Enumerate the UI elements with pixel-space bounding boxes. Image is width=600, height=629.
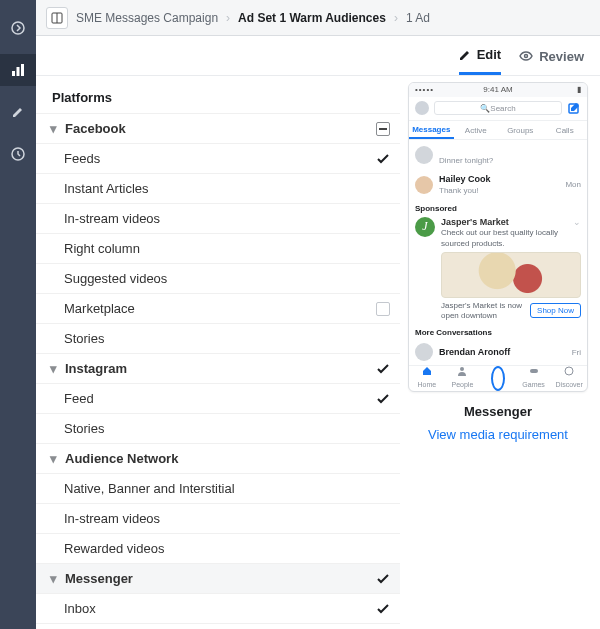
people-icon — [457, 366, 467, 376]
breadcrumb-ad[interactable]: 1 Ad — [406, 11, 430, 25]
check-icon — [376, 602, 390, 616]
breadcrumb-adset[interactable]: Ad Set 1 Warm Audiences — [238, 11, 386, 25]
camera-ring-icon — [491, 366, 505, 391]
more-conversations-label: More Conversations — [409, 324, 587, 339]
platform-messenger[interactable]: ▾ Messenger — [36, 564, 400, 594]
check-icon — [376, 362, 390, 376]
breadcrumb: SME Messages Campaign › Ad Set 1 Warm Au… — [36, 0, 600, 36]
games-icon — [529, 366, 539, 376]
chevron-down-icon: ⌄ — [573, 217, 581, 227]
svg-point-7 — [525, 55, 528, 58]
tab-review[interactable]: Review — [519, 37, 584, 75]
placement-an-native[interactable]: Native, Banner and Interstitial — [36, 474, 400, 504]
placement-instream[interactable]: In-stream videos — [36, 204, 400, 234]
placement-ig-feed[interactable]: Feed — [36, 384, 400, 414]
messenger-tabs: Messages Active Groups Calls — [409, 121, 587, 141]
ad-preview: ••••• 9:41 AM ▮ 🔍 Search Messages Active — [400, 76, 600, 629]
conversation-row: Brendan Aronoff Fri — [409, 339, 587, 365]
check-icon — [376, 152, 390, 166]
conversation-row: Dinner tonight? — [409, 140, 587, 170]
svg-rect-10 — [530, 369, 538, 373]
svg-rect-2 — [17, 67, 20, 76]
placement-ig-stories[interactable]: Stories — [36, 414, 400, 444]
chevron-down-icon: ▾ — [50, 451, 57, 466]
tab-edit-label: Edit — [477, 47, 502, 62]
placement-marketplace[interactable]: Marketplace — [36, 294, 400, 324]
platform-label: Messenger — [65, 571, 133, 586]
tab-review-label: Review — [539, 49, 584, 64]
chevron-down-icon: ▾ — [50, 571, 57, 586]
placement-feeds[interactable]: Feeds — [36, 144, 400, 174]
cta-button: Shop Now — [530, 303, 581, 318]
partial-checkbox[interactable] — [376, 122, 390, 136]
phone-statusbar: ••••• 9:41 AM ▮ — [409, 83, 587, 97]
placement-right-column[interactable]: Right column — [36, 234, 400, 264]
editor-tabs: Edit Review — [36, 36, 600, 76]
sponsored-ad: J Jasper's MarketCheck out our best qual… — [409, 215, 587, 325]
search-input: 🔍 Search — [434, 101, 562, 115]
svg-point-0 — [12, 22, 24, 34]
placement-fb-stories[interactable]: Stories — [36, 324, 400, 354]
avatar — [415, 146, 433, 164]
unchecked-checkbox[interactable] — [376, 302, 390, 316]
conversation-row: Hailey CookThank you! Mon — [409, 170, 587, 200]
svg-point-9 — [460, 367, 464, 371]
eye-icon — [519, 49, 533, 63]
platform-label: Audience Network — [65, 451, 178, 466]
nav-expand-icon[interactable] — [0, 12, 36, 44]
chevron-right-icon: › — [394, 11, 398, 25]
placement-suggested[interactable]: Suggested videos — [36, 264, 400, 294]
ad-image — [441, 252, 581, 298]
svg-rect-1 — [12, 71, 15, 76]
pencil-icon — [459, 49, 471, 61]
placement-an-instream[interactable]: In-stream videos — [36, 504, 400, 534]
nav-history-icon[interactable] — [0, 138, 36, 170]
platform-audience-network[interactable]: ▾ Audience Network — [36, 444, 400, 474]
placement-an-rewarded[interactable]: Rewarded videos — [36, 534, 400, 564]
advertiser-logo: J — [415, 217, 435, 237]
panel-title: Platforms — [36, 86, 400, 113]
nav-analytics-icon[interactable] — [0, 54, 36, 86]
platform-label: Instagram — [65, 361, 127, 376]
check-icon — [376, 572, 390, 586]
placement-instant-articles[interactable]: Instant Articles — [36, 174, 400, 204]
messenger-bottom-nav: Home People Games Discover — [409, 365, 587, 391]
compose-icon — [567, 101, 581, 115]
chevron-down-icon: ▾ — [50, 121, 57, 136]
avatar — [415, 101, 429, 115]
preview-caption: Messenger — [464, 404, 532, 419]
placement-msg-inbox[interactable]: Inbox — [36, 594, 400, 624]
sponsored-label: Sponsored — [409, 200, 587, 215]
media-requirement-link[interactable]: View media requirement — [428, 427, 568, 442]
phone-mockup: ••••• 9:41 AM ▮ 🔍 Search Messages Active — [408, 82, 588, 392]
tab-edit[interactable]: Edit — [459, 37, 502, 75]
discover-icon — [564, 366, 574, 376]
platform-label: Facebook — [65, 121, 126, 136]
platform-instagram[interactable]: ▾ Instagram — [36, 354, 400, 384]
left-nav-rail — [0, 0, 36, 629]
platform-facebook[interactable]: ▾ Facebook — [36, 114, 400, 144]
messenger-header: 🔍 Search — [409, 97, 587, 121]
nav-pencil-icon[interactable] — [0, 96, 36, 128]
chevron-down-icon: ▾ — [50, 361, 57, 376]
svg-point-11 — [565, 367, 573, 375]
breadcrumb-campaign[interactable]: SME Messages Campaign — [76, 11, 218, 25]
check-icon — [376, 392, 390, 406]
avatar — [415, 176, 433, 194]
campaign-icon — [46, 7, 68, 29]
home-icon — [422, 366, 432, 376]
chevron-right-icon: › — [226, 11, 230, 25]
svg-rect-3 — [21, 64, 24, 76]
battery-icon: ▮ — [577, 85, 581, 94]
placements-panel: Platforms ▾ Facebook Feeds Instant Artic… — [36, 76, 400, 629]
svg-rect-6 — [57, 13, 58, 23]
avatar — [415, 343, 433, 361]
